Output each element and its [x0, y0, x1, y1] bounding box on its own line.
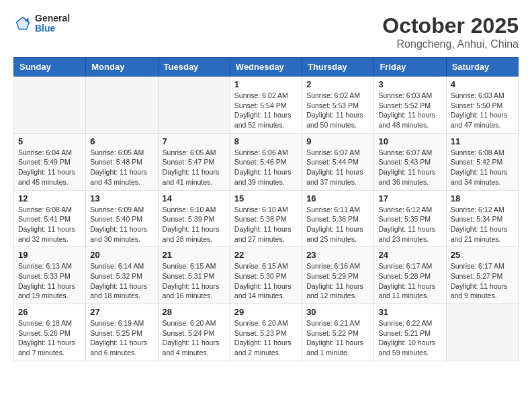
- calendar-cell: 7Sunrise: 6:05 AM Sunset: 5:47 PM Daylig…: [158, 133, 230, 190]
- day-number: 13: [90, 193, 153, 203]
- calendar-cell: 9Sunrise: 6:07 AM Sunset: 5:44 PM Daylig…: [302, 133, 374, 190]
- calendar-cell: 18Sunrise: 6:12 AM Sunset: 5:34 PM Dayli…: [446, 190, 518, 247]
- day-number: 17: [378, 193, 441, 203]
- logo: General Blue: [13, 13, 70, 34]
- calendar-week-4: 19Sunrise: 6:13 AM Sunset: 5:33 PM Dayli…: [14, 247, 519, 304]
- calendar-cell: 31Sunrise: 6:22 AM Sunset: 5:21 PM Dayli…: [374, 304, 446, 361]
- calendar-cell: 23Sunrise: 6:16 AM Sunset: 5:29 PM Dayli…: [302, 247, 374, 304]
- day-info: Sunrise: 6:05 AM Sunset: 5:47 PM Dayligh…: [163, 148, 226, 187]
- calendar-table: SundayMondayTuesdayWednesdayThursdayFrid…: [13, 57, 519, 361]
- day-number: 1: [234, 79, 298, 89]
- day-number: 22: [234, 250, 298, 260]
- calendar-cell: 14Sunrise: 6:10 AM Sunset: 5:39 PM Dayli…: [158, 190, 230, 247]
- calendar-cell: 8Sunrise: 6:06 AM Sunset: 5:46 PM Daylig…: [230, 133, 302, 190]
- calendar-cell: 24Sunrise: 6:17 AM Sunset: 5:28 PM Dayli…: [374, 247, 446, 304]
- day-number: 15: [234, 193, 298, 203]
- day-info: Sunrise: 6:21 AM Sunset: 5:22 PM Dayligh…: [306, 318, 369, 358]
- calendar-cell: 20Sunrise: 6:14 AM Sunset: 5:32 PM Dayli…: [86, 247, 158, 304]
- day-number: 27: [90, 307, 153, 317]
- day-info: Sunrise: 6:09 AM Sunset: 5:40 PM Dayligh…: [90, 205, 153, 244]
- calendar-cell: 3Sunrise: 6:03 AM Sunset: 5:52 PM Daylig…: [374, 77, 446, 134]
- title-block: October 2025 Rongcheng, Anhui, China: [382, 13, 519, 50]
- logo-text: General Blue: [35, 13, 70, 34]
- calendar-cell: 12Sunrise: 6:08 AM Sunset: 5:41 PM Dayli…: [14, 190, 86, 247]
- day-number: 21: [163, 250, 226, 260]
- day-number: 16: [306, 193, 369, 203]
- calendar-cell: 30Sunrise: 6:21 AM Sunset: 5:22 PM Dayli…: [302, 304, 374, 361]
- day-number: 5: [18, 136, 81, 146]
- page-header: General Blue October 2025 Rongcheng, Anh…: [13, 13, 519, 50]
- weekday-header-thursday: Thursday: [302, 58, 374, 77]
- day-info: Sunrise: 6:22 AM Sunset: 5:21 PM Dayligh…: [378, 318, 441, 358]
- logo-blue-text: Blue: [35, 24, 70, 34]
- day-info: Sunrise: 6:07 AM Sunset: 5:44 PM Dayligh…: [306, 148, 369, 187]
- calendar-week-1: 1Sunrise: 6:02 AM Sunset: 5:54 PM Daylig…: [14, 77, 519, 134]
- day-info: Sunrise: 6:03 AM Sunset: 5:52 PM Dayligh…: [378, 91, 441, 130]
- calendar-week-3: 12Sunrise: 6:08 AM Sunset: 5:41 PM Dayli…: [14, 190, 519, 247]
- day-number: 12: [18, 193, 81, 203]
- day-info: Sunrise: 6:02 AM Sunset: 5:53 PM Dayligh…: [306, 91, 369, 130]
- calendar-cell: 26Sunrise: 6:18 AM Sunset: 5:26 PM Dayli…: [14, 304, 86, 361]
- day-info: Sunrise: 6:18 AM Sunset: 5:26 PM Dayligh…: [18, 318, 81, 358]
- weekday-header-row: SundayMondayTuesdayWednesdayThursdayFrid…: [14, 58, 519, 77]
- calendar-cell: 25Sunrise: 6:17 AM Sunset: 5:27 PM Dayli…: [446, 247, 518, 304]
- day-info: Sunrise: 6:12 AM Sunset: 5:35 PM Dayligh…: [378, 205, 441, 244]
- day-number: 28: [163, 307, 226, 317]
- day-info: Sunrise: 6:08 AM Sunset: 5:42 PM Dayligh…: [451, 148, 514, 187]
- day-info: Sunrise: 6:16 AM Sunset: 5:29 PM Dayligh…: [306, 261, 369, 301]
- calendar-cell: 22Sunrise: 6:15 AM Sunset: 5:30 PM Dayli…: [230, 247, 302, 304]
- day-number: 25: [451, 250, 514, 260]
- day-info: Sunrise: 6:17 AM Sunset: 5:27 PM Dayligh…: [451, 261, 514, 301]
- day-number: 7: [163, 136, 226, 146]
- calendar-header: SundayMondayTuesdayWednesdayThursdayFrid…: [14, 58, 519, 77]
- day-info: Sunrise: 6:06 AM Sunset: 5:46 PM Dayligh…: [234, 148, 298, 187]
- calendar-cell: 27Sunrise: 6:19 AM Sunset: 5:25 PM Dayli…: [86, 304, 158, 361]
- day-info: Sunrise: 6:12 AM Sunset: 5:34 PM Dayligh…: [451, 205, 514, 244]
- day-number: 11: [451, 136, 514, 146]
- day-info: Sunrise: 6:07 AM Sunset: 5:43 PM Dayligh…: [378, 148, 441, 187]
- calendar-cell: 13Sunrise: 6:09 AM Sunset: 5:40 PM Dayli…: [86, 190, 158, 247]
- calendar-body: 1Sunrise: 6:02 AM Sunset: 5:54 PM Daylig…: [14, 77, 519, 361]
- day-number: 24: [378, 250, 441, 260]
- day-number: 8: [234, 136, 298, 146]
- day-number: 2: [306, 79, 369, 89]
- day-number: 9: [306, 136, 369, 146]
- day-number: 3: [378, 79, 441, 89]
- weekday-header-sunday: Sunday: [14, 58, 86, 77]
- day-info: Sunrise: 6:02 AM Sunset: 5:54 PM Dayligh…: [234, 91, 298, 130]
- day-info: Sunrise: 6:13 AM Sunset: 5:33 PM Dayligh…: [18, 261, 81, 301]
- calendar-cell: 16Sunrise: 6:11 AM Sunset: 5:36 PM Dayli…: [302, 190, 374, 247]
- day-number: 20: [90, 250, 153, 260]
- calendar-cell: 17Sunrise: 6:12 AM Sunset: 5:35 PM Dayli…: [374, 190, 446, 247]
- calendar-cell: 21Sunrise: 6:15 AM Sunset: 5:31 PM Dayli…: [158, 247, 230, 304]
- day-number: 10: [378, 136, 441, 146]
- weekday-header-friday: Friday: [374, 58, 446, 77]
- month-title: October 2025: [382, 13, 519, 38]
- day-info: Sunrise: 6:19 AM Sunset: 5:25 PM Dayligh…: [90, 318, 153, 358]
- day-number: 19: [18, 250, 81, 260]
- day-info: Sunrise: 6:20 AM Sunset: 5:23 PM Dayligh…: [234, 318, 298, 358]
- calendar-cell: [446, 304, 518, 361]
- weekday-header-tuesday: Tuesday: [158, 58, 230, 77]
- day-info: Sunrise: 6:20 AM Sunset: 5:24 PM Dayligh…: [163, 318, 226, 358]
- calendar-cell: 15Sunrise: 6:10 AM Sunset: 5:38 PM Dayli…: [230, 190, 302, 247]
- day-number: 18: [451, 193, 514, 203]
- weekday-header-saturday: Saturday: [446, 58, 518, 77]
- day-number: 23: [306, 250, 369, 260]
- calendar-cell: [158, 77, 230, 134]
- day-info: Sunrise: 6:08 AM Sunset: 5:41 PM Dayligh…: [18, 205, 81, 244]
- day-info: Sunrise: 6:15 AM Sunset: 5:30 PM Dayligh…: [234, 261, 298, 301]
- day-info: Sunrise: 6:11 AM Sunset: 5:36 PM Dayligh…: [306, 205, 369, 244]
- calendar-cell: 1Sunrise: 6:02 AM Sunset: 5:54 PM Daylig…: [230, 77, 302, 134]
- day-number: 4: [451, 79, 514, 89]
- weekday-header-monday: Monday: [86, 58, 158, 77]
- day-info: Sunrise: 6:10 AM Sunset: 5:39 PM Dayligh…: [163, 205, 226, 244]
- day-info: Sunrise: 6:04 AM Sunset: 5:49 PM Dayligh…: [18, 148, 81, 187]
- day-number: 14: [163, 193, 226, 203]
- calendar-cell: [14, 77, 86, 134]
- location-text: Rongcheng, Anhui, China: [382, 38, 519, 50]
- day-number: 29: [234, 307, 298, 317]
- calendar-cell: [86, 77, 158, 134]
- day-info: Sunrise: 6:17 AM Sunset: 5:28 PM Dayligh…: [378, 261, 441, 301]
- calendar-cell: 4Sunrise: 6:03 AM Sunset: 5:50 PM Daylig…: [446, 77, 518, 134]
